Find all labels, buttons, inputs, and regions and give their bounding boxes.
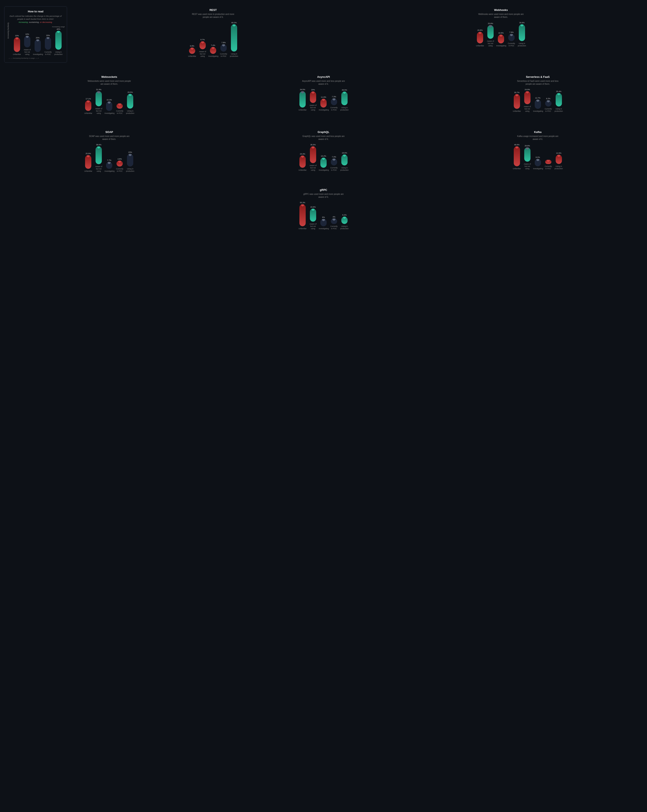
bar-col: 29.5% Using in production bbox=[126, 91, 134, 114]
graphql-chart: GraphQL GraphQL was used more and less p… bbox=[219, 128, 429, 176]
soap-title: SOAP bbox=[6, 130, 212, 134]
bar-col: 20.8% Unfamiliar bbox=[476, 29, 484, 47]
how-to-read-block: How to read Each colored bar indicates t… bbox=[4, 6, 67, 63]
websockets-subtitle: Websockets were used more and more peopl… bbox=[86, 80, 132, 85]
increasing-familiarity-label: Increasing familiarity bbox=[7, 23, 9, 38]
bar-col: 20% Investigating bbox=[33, 37, 42, 56]
bar-col: 23% Using in production bbox=[126, 151, 134, 172]
bar-col: Currently in POC bbox=[544, 159, 553, 170]
arrow-label: — — Increasing familiarity & usage —--> bbox=[9, 57, 62, 59]
grpc-subtitle: gRPC was used more and more people are a… bbox=[300, 193, 347, 198]
bar-col: 6.2% Currently in POC bbox=[544, 98, 553, 112]
bar-col: Currently in POC bbox=[116, 103, 124, 114]
serverless-chart: Serverless & FaaS Serverless & FaaS were… bbox=[433, 73, 643, 118]
bar-col: 25.9% Unfamiliar bbox=[84, 153, 92, 172]
bar-col: 23.3% Unfamiliar bbox=[298, 153, 307, 171]
bar-col: 28.8% Aware of but not using bbox=[523, 145, 531, 170]
bar-col: 4% Currently in POC bbox=[330, 216, 338, 230]
bar-col: Increasing usage 40% Using in production bbox=[54, 26, 62, 56]
serverless-subtitle: Serverless & FaaS were used more and les… bbox=[515, 80, 561, 85]
asyncapi-chart: AsyncAPI AsyncAPI was used more and less… bbox=[219, 73, 429, 118]
bar-col: 17.1% Unfamiliar bbox=[84, 98, 92, 114]
bar-col: 46.6% Unfamiliar bbox=[513, 143, 521, 170]
bar-col: 7.3% Currently in POC bbox=[330, 96, 338, 111]
bar-col: 8.7% Aware of but not using bbox=[198, 38, 207, 58]
kafka-subtitle: Kafka usage increased and more people ar… bbox=[515, 135, 561, 141]
asyncapi-subtitle: AsyncAPI was used more and less people a… bbox=[300, 80, 347, 85]
rest-subtitle: REST was used more in production and mor… bbox=[190, 13, 236, 19]
bar-col: 10% Aware of but not using bbox=[23, 33, 31, 56]
bar-col: 8.2% Investigating bbox=[534, 156, 542, 170]
rest-chart: REST REST was used more in production an… bbox=[71, 6, 355, 61]
webhooks-title: Webhooks bbox=[361, 8, 641, 12]
bar-col: 7.8% Currently in POC bbox=[219, 41, 228, 58]
kafka-chart: Kafka Kafka usage increased and more peo… bbox=[433, 128, 643, 176]
bar-col: 69.3% Using in production bbox=[230, 21, 238, 58]
bar-col: 25.4% Using in production bbox=[555, 90, 563, 112]
kafka-title: Kafka bbox=[435, 130, 641, 134]
bar-col: 6.8% Unfamiliar bbox=[188, 45, 196, 58]
soap-chart: SOAP SOAP was used more and more people … bbox=[4, 128, 214, 176]
rest-title: REST bbox=[73, 8, 353, 12]
bar-col: 7.4% Investigating bbox=[209, 44, 217, 58]
bar-col: 15.3% Investigating bbox=[105, 99, 113, 114]
page-container: How to read Each colored bar indicates t… bbox=[4, 6, 643, 233]
bar-col: 7.7% Investigating bbox=[105, 159, 113, 172]
bar-col: 7.9% Currently in POC bbox=[507, 31, 516, 47]
grpc-title: gRPC bbox=[298, 188, 349, 191]
bar-col: 10% Unfamiliar bbox=[13, 35, 21, 56]
bar-col: 10.9% Investigating bbox=[497, 32, 505, 47]
how-to-read-desc: Each colored bar indicates the change in… bbox=[9, 15, 62, 24]
bar-col: 34.5% Unfamiliar bbox=[298, 89, 307, 111]
bar-col: 20% Aware of but not using bbox=[309, 89, 317, 111]
graphql-title: GraphQL bbox=[221, 130, 426, 134]
soap-subtitle: SOAP was used more and more people are a… bbox=[86, 135, 132, 141]
bar-col: 24.9% Aware of but not using bbox=[523, 89, 531, 112]
bar-col: 35.5% Aware of but not using bbox=[309, 143, 317, 171]
bar-col: 4.8% Currently in POC bbox=[116, 158, 124, 172]
how-to-read-title: How to read bbox=[9, 10, 62, 13]
webhooks-chart: Webhooks Webhooks were used more and mor… bbox=[359, 6, 643, 50]
websockets-title: Websockets bbox=[6, 75, 212, 78]
graphql-subtitle: GraphQL was used more and less people ar… bbox=[300, 135, 347, 141]
bar-col: 26.5% Using in production bbox=[340, 89, 349, 111]
bar-col: 18.6% Using in production bbox=[340, 152, 349, 171]
websockets-chart: Websockets Websockets were used more and… bbox=[4, 73, 214, 118]
bar-col: 8.2% Using in production bbox=[340, 214, 349, 230]
bar-col: 11.6% Investigating bbox=[319, 96, 328, 111]
bar-col: 38.6% Aware of but not using bbox=[94, 143, 103, 172]
bar-col: 7.4% Currently in POC bbox=[330, 156, 338, 171]
grpc-chart: gRPC gRPC was used more and more people … bbox=[296, 186, 351, 233]
bar-col: 12.7% Investigating bbox=[534, 97, 542, 112]
bar-col: 15.2% Investigating bbox=[319, 155, 328, 171]
bar-col: 8% Investigating bbox=[319, 216, 328, 230]
asyncapi-title: AsyncAPI bbox=[221, 75, 426, 78]
bar-col: 34.6% Using in production bbox=[518, 21, 526, 47]
bar-col: 12.6% Using in production bbox=[555, 152, 563, 170]
webhooks-subtitle: Webhooks were used more and more people … bbox=[478, 13, 524, 19]
serverless-title: Serverless & FaaS bbox=[435, 75, 641, 78]
bar-col: 55.3% Unfamiliar bbox=[298, 201, 307, 230]
bar-col: 20% Currently in POC bbox=[44, 34, 52, 56]
bar-col: 30.7% Unfamiliar bbox=[513, 92, 521, 112]
bar-col: 25.8% Aware of but not using bbox=[486, 23, 495, 47]
bar-col: 31.9% Aware of but not using bbox=[94, 89, 103, 114]
bar-col: 24.6% Aware of but not using bbox=[309, 206, 317, 230]
